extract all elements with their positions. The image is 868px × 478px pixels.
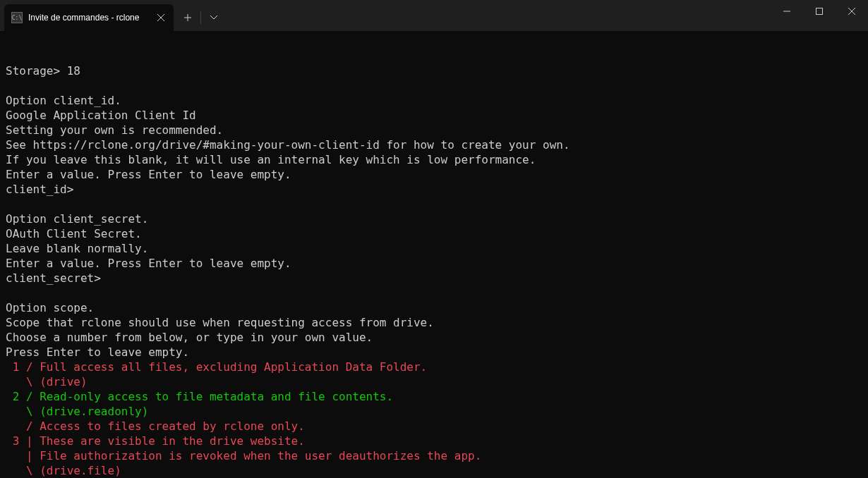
terminal-line: Setting your own is recommended. [6,123,862,137]
terminal-line: Option scope. [6,300,862,315]
divider [200,11,201,24]
titlebar: C:\ Invite de commandes - rclone [0,0,868,31]
terminal-line: Enter a value. Press Enter to leave empt… [6,167,862,182]
tab-close-button[interactable] [155,12,167,23]
terminal-line: Option client_secret. [6,212,862,226]
terminal-line [6,78,862,93]
svg-rect-0 [816,8,823,15]
close-icon [848,8,855,15]
terminal-line: \ (drive.readonly) [6,404,862,419]
plus-icon [184,14,191,21]
minimize-button[interactable] [771,0,803,23]
new-tab-button[interactable] [176,6,199,29]
terminal-line: Option client_id. [6,93,862,108]
terminal-line: 1 / Full access all files, excluding App… [6,360,862,374]
terminal-line: \ (drive) [6,374,862,389]
terminal-line: See https://rclone.org/drive/#making-you… [6,137,862,152]
terminal-line: Choose a number from below, or type in y… [6,330,862,345]
minimize-icon [783,8,790,15]
terminal-line: If you leave this blank, it will use an … [6,152,862,167]
terminal-line: Google Application Client Id [6,108,862,123]
tab-title: Invite de commandes - rclone [28,13,150,23]
cmd-icon: C:\ [11,12,23,23]
terminal-window: C:\ Invite de commandes - rclone [0,0,868,478]
terminal-line: Storage> 18 [6,63,862,78]
terminal-line: client_secret> [6,271,862,286]
terminal-line: OAuth Client Secret. [6,226,862,241]
terminal-line: 2 / Read-only access to file metadata an… [6,389,862,404]
terminal-line: \ (drive.file) [6,463,862,478]
terminal-line [6,197,862,212]
tab-actions [176,4,225,31]
close-icon [157,14,164,21]
terminal-line: client_id> [6,182,862,197]
tab-active[interactable]: C:\ Invite de commandes - rclone [4,4,174,31]
terminal-line: / Access to files created by rclone only… [6,419,862,434]
chevron-down-icon [210,16,217,20]
terminal-line: Enter a value. Press Enter to leave empt… [6,256,862,271]
maximize-icon [816,8,823,15]
terminal-line: | File authorization is revoked when the… [6,448,862,463]
close-window-button[interactable] [836,0,868,23]
terminal-content[interactable]: Storage> 18 Option client_id.Google Appl… [0,31,868,478]
terminal-line: Press Enter to leave empty. [6,345,862,360]
terminal-line: 3 | These are visible in the drive websi… [6,434,862,448]
terminal-line: Leave blank normally. [6,241,862,256]
maximize-button[interactable] [803,0,836,23]
terminal-line: Scope that rclone should use when reques… [6,315,862,330]
tab-dropdown-button[interactable] [203,6,225,29]
terminal-line [6,286,862,300]
window-controls [771,0,868,31]
